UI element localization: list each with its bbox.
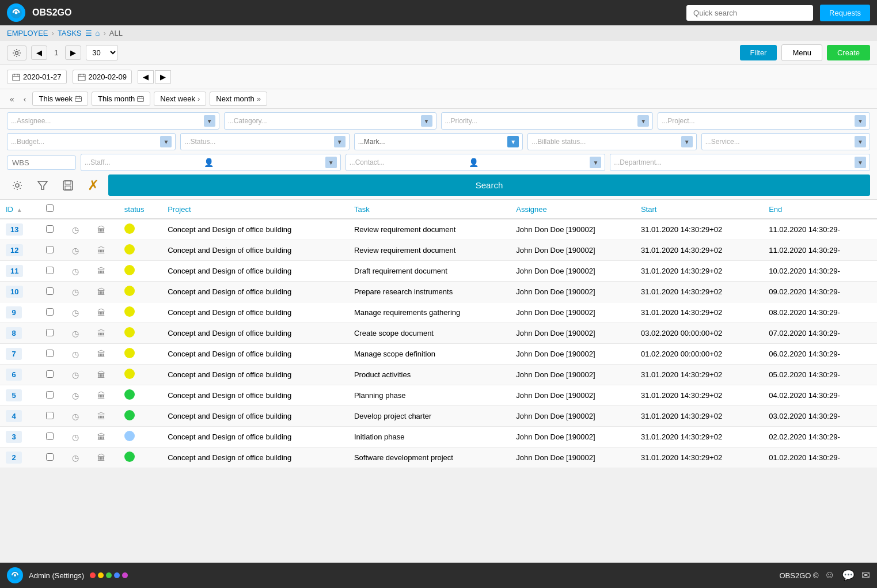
wbs-filter[interactable]: WBS (7, 155, 76, 170)
priority-filter[interactable]: ...Priority... ▼ (441, 112, 654, 130)
priority-dropdown-icon[interactable]: ▼ (637, 115, 649, 127)
service-filter[interactable]: ...Service... ▼ (701, 133, 870, 150)
per-page-select[interactable]: 30 50 100 (86, 45, 118, 60)
service-dropdown-icon[interactable]: ▼ (855, 136, 866, 147)
table-row[interactable]: 3 ◷ 🏛 Concept and Design of office build… (0, 427, 877, 447)
project-dropdown-icon[interactable]: ▼ (855, 115, 866, 127)
cell-id[interactable]: 9 (0, 302, 40, 323)
next-month-button[interactable]: Next month » (210, 92, 267, 106)
table-row[interactable]: 6 ◷ 🏛 Concept and Design of office build… (0, 365, 877, 385)
settings-icon-button[interactable] (7, 45, 26, 60)
cell-id[interactable]: 5 (0, 385, 40, 406)
cell-check[interactable] (40, 323, 66, 344)
skip-left-button[interactable]: « (7, 93, 17, 105)
cell-id[interactable]: 3 (0, 427, 40, 447)
cell-check[interactable] (40, 240, 66, 261)
status-filter[interactable]: ...Status... ▼ (180, 133, 349, 150)
date-next-button[interactable]: ▶ (155, 70, 171, 84)
row-checkbox[interactable] (46, 433, 54, 440)
list-icon[interactable]: ☰ (85, 29, 92, 37)
cell-check[interactable] (40, 447, 66, 468)
back-button[interactable]: ◀ (31, 45, 47, 60)
department-filter[interactable]: ...Department... ▼ (610, 154, 870, 171)
search-button[interactable]: Search (108, 174, 870, 196)
table-row[interactable]: 10 ◷ 🏛 Concept and Design of office buil… (0, 282, 877, 302)
save-icon-button[interactable] (58, 175, 78, 196)
col-id[interactable]: ID ▲ (0, 200, 40, 219)
cell-check[interactable] (40, 365, 66, 385)
table-row[interactable]: 13 ◷ 🏛 Concept and Design of office buil… (0, 219, 877, 240)
col-end[interactable]: End (763, 200, 877, 219)
home-icon[interactable]: ⌂ (96, 29, 100, 37)
table-row[interactable]: 2 ◷ 🏛 Concept and Design of office build… (0, 447, 877, 468)
row-checkbox[interactable] (46, 370, 54, 378)
cell-check[interactable] (40, 385, 66, 406)
table-row[interactable]: 9 ◷ 🏛 Concept and Design of office build… (0, 302, 877, 323)
cell-check[interactable] (40, 406, 66, 427)
col-assignee[interactable]: Assignee (510, 200, 635, 219)
mark-dropdown-icon[interactable]: ▼ (507, 136, 519, 147)
col-project[interactable]: Project (162, 200, 348, 219)
staff-filter[interactable]: ...Staff... 👤 ▼ (81, 154, 341, 171)
row-checkbox[interactable] (46, 308, 54, 316)
category-dropdown-icon[interactable]: ▼ (421, 115, 432, 127)
row-checkbox[interactable] (46, 225, 54, 233)
row-checkbox[interactable] (46, 453, 54, 461)
requests-button[interactable]: Requests (820, 5, 870, 21)
menu-button[interactable]: Menu (781, 44, 822, 61)
billable-filter[interactable]: ...Billable status... ▼ (527, 133, 696, 150)
budget-dropdown-icon[interactable]: ▼ (160, 136, 172, 147)
cell-check[interactable] (40, 219, 66, 240)
status-dropdown-icon[interactable]: ▼ (334, 136, 346, 147)
staff-dropdown-icon[interactable]: ▼ (325, 157, 337, 168)
gear-icon-button[interactable] (7, 175, 28, 196)
filter-icon-button[interactable] (32, 175, 53, 196)
category-filter[interactable]: ...Category... ▼ (224, 112, 436, 130)
close-filter-button[interactable]: ✗ (83, 177, 104, 194)
select-all-checkbox[interactable] (46, 204, 54, 212)
filter-button[interactable]: Filter (740, 45, 777, 60)
assignee-dropdown-icon[interactable]: ▼ (204, 115, 215, 127)
assignee-filter[interactable]: ...Assignee... ▼ (7, 112, 219, 130)
breadcrumb-tasks[interactable]: TASKS (58, 29, 82, 37)
cell-id[interactable]: 10 (0, 282, 40, 302)
breadcrumb-employee[interactable]: EMPLOYEE (7, 29, 48, 37)
cell-check[interactable] (40, 261, 66, 282)
table-row[interactable]: 7 ◷ 🏛 Concept and Design of office build… (0, 344, 877, 365)
billable-dropdown-icon[interactable]: ▼ (681, 136, 693, 147)
cell-check[interactable] (40, 427, 66, 447)
this-week-button[interactable]: This week (32, 92, 88, 106)
cell-id[interactable]: 12 (0, 240, 40, 261)
contact-dropdown-icon[interactable]: ▼ (590, 157, 601, 168)
date-prev-button[interactable]: ◀ (138, 70, 154, 84)
contact-filter[interactable]: ...Contact... 👤 ▼ (346, 154, 606, 171)
row-checkbox[interactable] (46, 267, 54, 274)
create-button[interactable]: Create (827, 45, 870, 60)
cell-id[interactable]: 7 (0, 344, 40, 365)
cell-id[interactable]: 13 (0, 219, 40, 240)
table-row[interactable]: 11 ◷ 🏛 Concept and Design of office buil… (0, 261, 877, 282)
cell-id[interactable]: 8 (0, 323, 40, 344)
col-task[interactable]: Task (348, 200, 510, 219)
department-dropdown-icon[interactable]: ▼ (855, 157, 866, 168)
cell-check[interactable] (40, 302, 66, 323)
mark-filter[interactable]: ...Mark... ▼ (354, 133, 523, 150)
prev-button[interactable]: ‹ (21, 93, 29, 105)
table-row[interactable]: 8 ◷ 🏛 Concept and Design of office build… (0, 323, 877, 344)
col-status[interactable]: status (119, 200, 162, 219)
budget-filter[interactable]: ...Budget... ▼ (7, 133, 176, 150)
quick-search-input[interactable] (686, 5, 813, 21)
this-month-button[interactable]: This month (92, 92, 150, 106)
row-checkbox[interactable] (46, 246, 54, 253)
table-row[interactable]: 4 ◷ 🏛 Concept and Design of office build… (0, 406, 877, 427)
row-checkbox[interactable] (46, 350, 54, 357)
forward-button[interactable]: ▶ (65, 45, 81, 60)
row-checkbox[interactable] (46, 287, 54, 295)
cell-id[interactable]: 6 (0, 365, 40, 385)
row-checkbox[interactable] (46, 391, 54, 399)
row-checkbox[interactable] (46, 412, 54, 419)
table-row[interactable]: 12 ◷ 🏛 Concept and Design of office buil… (0, 240, 877, 261)
cell-id[interactable]: 2 (0, 447, 40, 468)
row-checkbox[interactable] (46, 329, 54, 336)
col-start[interactable]: Start (635, 200, 763, 219)
